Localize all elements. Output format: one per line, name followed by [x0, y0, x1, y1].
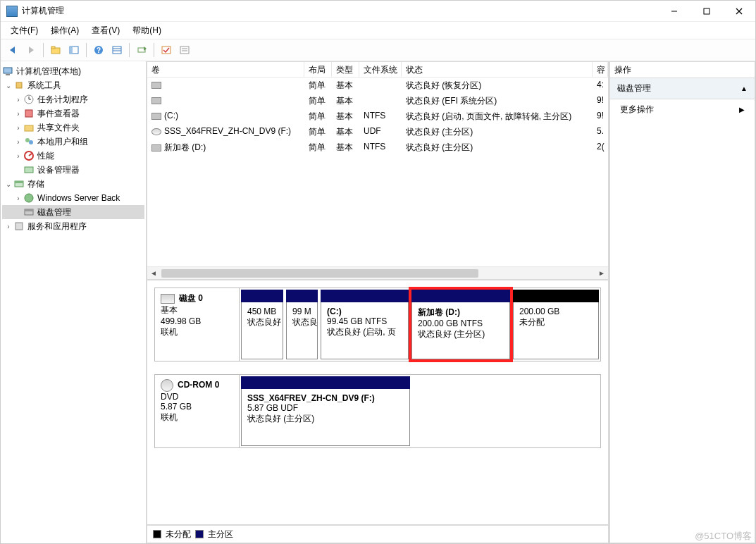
watermark: @51CTO博客: [695, 530, 752, 543]
horizontal-scrollbar[interactable]: ◄ ►: [147, 266, 608, 279]
menu-bar: 文件(F) 操作(A) 查看(V) 帮助(H): [1, 22, 755, 39]
col-volume[interactable]: 卷: [147, 62, 304, 77]
svg-rect-38: [25, 209, 33, 211]
legend-unalloc-swatch: [153, 530, 161, 538]
disk0-info[interactable]: 磁盘 0 基本 499.98 GB 联机: [155, 288, 240, 361]
list-view-button[interactable]: [109, 42, 125, 58]
table-row[interactable]: (C:)简单基本NTFS状态良好 (启动, 页面文件, 故障转储, 主分区)9!: [147, 109, 608, 124]
col-filesystem[interactable]: 文件系统: [359, 62, 402, 77]
table-row[interactable]: 新加卷 (D:)简单基本NTFS状态良好 (主分区)2(: [147, 140, 608, 155]
tree-local-users[interactable]: › 本地用户和组: [2, 135, 144, 149]
tree-label: Windows Server Back: [37, 193, 120, 203]
tree-event-viewer[interactable]: › 事件查看器: [2, 106, 144, 120]
actions-section-diskmgmt[interactable]: 磁盘管理 ▲: [610, 78, 755, 99]
part-size: 5.87 GB UDF: [247, 403, 404, 413]
partition-recovery[interactable]: 450 MB 状态良好: [241, 290, 283, 359]
help-icon[interactable]: ?: [91, 42, 106, 58]
part-size: 200.00 GB: [519, 307, 593, 316]
scroll-left-icon[interactable]: ◄: [147, 267, 160, 279]
close-button[interactable]: [723, 1, 755, 21]
forward-button[interactable]: [23, 42, 39, 58]
expand-icon[interactable]: ›: [13, 152, 23, 160]
col-layout[interactable]: 布局: [304, 62, 332, 77]
maximize-button[interactable]: [690, 1, 723, 21]
svg-rect-23: [16, 82, 22, 88]
part-status: 状态良好 (主分区): [418, 328, 504, 340]
cdrom-block: CD-ROM 0 DVD 5.87 GB 联机 SSS_X64FREV_ZH-C…: [154, 374, 601, 448]
scroll-thumb[interactable]: [161, 269, 478, 278]
part-title: 新加卷 (D:): [418, 307, 504, 319]
col-status[interactable]: 状态: [402, 62, 593, 77]
volume-icon: [151, 82, 161, 89]
tree-disk-management[interactable]: 磁盘管理: [2, 205, 144, 219]
tree-performance[interactable]: › 性能: [2, 149, 144, 163]
dvd-icon: [161, 379, 173, 392]
app-icon: [6, 6, 18, 17]
partition-d-highlighted[interactable]: 新加卷 (D:) 200.00 GB NTFS 状态良好 (主分区): [411, 290, 510, 359]
refresh-button[interactable]: [134, 42, 149, 58]
menu-help[interactable]: 帮助(H): [127, 23, 167, 38]
tree-label: 服务和应用程序: [27, 221, 87, 233]
legend: 未分配 主分区: [147, 525, 609, 543]
actions-header: 操作: [609, 61, 755, 78]
tree-windows-backup[interactable]: › Windows Server Back: [2, 191, 144, 205]
tree-system-tools[interactable]: ⌄ 系统工具: [2, 78, 144, 92]
detail-button[interactable]: [177, 42, 192, 58]
table-row[interactable]: 简单基本状态良好 (EFI 系统分区)9!: [147, 93, 608, 109]
up-folder-button[interactable]: [48, 42, 63, 58]
svg-line-32: [29, 154, 32, 156]
disk0-size: 499.98 GB: [161, 316, 233, 326]
expand-icon[interactable]: ›: [13, 124, 23, 132]
tree-device-manager[interactable]: 设备管理器: [2, 163, 144, 177]
tree-services-apps[interactable]: › 服务和应用程序: [2, 219, 144, 233]
tree-task-scheduler[interactable]: › 任务计划程序: [2, 92, 144, 106]
expand-icon[interactable]: ›: [13, 110, 23, 118]
disk-map: 磁盘 0 基本 499.98 GB 联机 450 MB: [147, 280, 609, 525]
disk0-type: 基本: [161, 304, 233, 316]
part-size: 200.00 GB NTFS: [418, 319, 504, 328]
volume-list: 卷 布局 类型 文件系统 状态 容 简单基本状态良好 (恢复分区)4:简单基本状…: [147, 61, 609, 280]
back-button[interactable]: [5, 42, 20, 58]
expand-icon[interactable]: ›: [13, 194, 23, 202]
part-status: 未分配: [519, 316, 593, 328]
volume-icon: [151, 97, 161, 104]
minimize-button[interactable]: [658, 1, 690, 21]
col-type[interactable]: 类型: [332, 62, 359, 77]
cdrom-info[interactable]: CD-ROM 0 DVD 5.87 GB 联机: [155, 375, 240, 447]
menu-view[interactable]: 查看(V): [86, 23, 125, 38]
tree-root[interactable]: 计算机管理(本地): [2, 64, 144, 78]
partition-c[interactable]: (C:) 99.45 GB NTFS 状态良好 (启动, 页: [321, 290, 409, 359]
tree-storage[interactable]: ⌄ 存储: [2, 177, 144, 191]
col-capacity[interactable]: 容: [593, 62, 608, 77]
part-status: 状态良好 (启动, 页: [327, 326, 402, 338]
part-size: 450 MB: [247, 307, 277, 316]
svg-marker-4: [10, 47, 15, 54]
svg-point-30: [29, 140, 33, 144]
expand-icon[interactable]: ⌄: [4, 82, 13, 89]
table-row[interactable]: 简单基本状态良好 (恢复分区)4:: [147, 78, 608, 93]
expand-icon[interactable]: ›: [13, 96, 23, 104]
part-status: 状态良好: [247, 316, 277, 328]
partition-unallocated[interactable]: 200.00 GB 未分配: [513, 290, 599, 359]
menu-action[interactable]: 操作(A): [45, 23, 85, 38]
svg-point-29: [25, 138, 30, 142]
scroll-right-icon[interactable]: ►: [595, 267, 608, 279]
menu-file[interactable]: 文件(F): [5, 23, 44, 38]
cdrom-type: DVD: [161, 392, 233, 402]
expand-icon[interactable]: ⌄: [4, 180, 13, 188]
device-icon: [23, 164, 35, 175]
backup-icon: [23, 192, 35, 204]
collapse-icon: ▲: [740, 85, 748, 92]
table-row[interactable]: SSS_X64FREV_ZH-CN_DV9 (F:)简单基本UDF状态良好 (主…: [147, 124, 608, 140]
expand-icon[interactable]: ›: [13, 138, 23, 146]
panel-toggle-button[interactable]: [66, 42, 82, 58]
svg-marker-5: [29, 47, 34, 54]
expand-icon[interactable]: ›: [4, 223, 13, 230]
partition-efi[interactable]: 99 M 状态良: [286, 290, 318, 359]
partition-dvd[interactable]: SSS_X64FREV_ZH-CN_DV9 (F:) 5.87 GB UDF 状…: [241, 376, 410, 446]
part-title: SSS_X64FREV_ZH-CN_DV9 (F:): [247, 393, 404, 403]
actions-more[interactable]: 更多操作 ▶: [610, 99, 755, 120]
disk0-label: 磁盘 0: [179, 293, 203, 303]
tree-shared-folders[interactable]: › 共享文件夹: [2, 120, 144, 135]
check-button[interactable]: [159, 42, 174, 58]
